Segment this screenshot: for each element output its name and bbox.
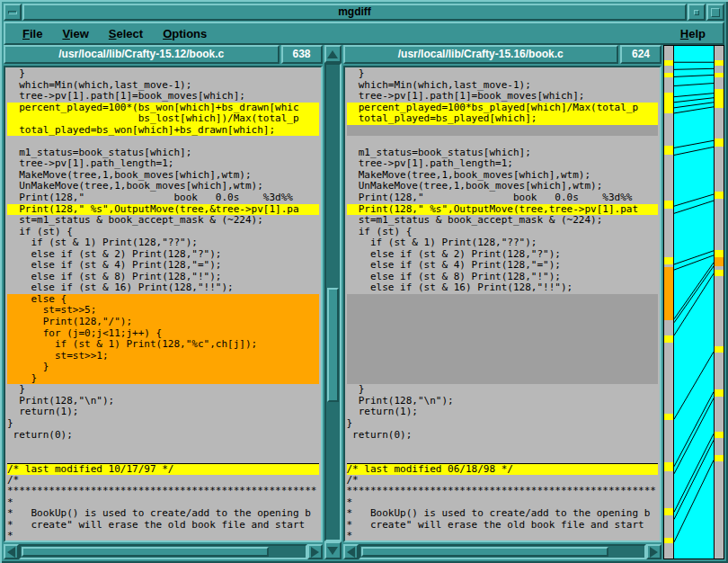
vscroll-trough[interactable] — [324, 63, 342, 541]
left-scroll-right-button[interactable] — [307, 544, 323, 559]
diff-mark-yellow — [664, 146, 673, 155]
left-scroll-left-button[interactable] — [4, 544, 19, 559]
diff-mark-yellow — [664, 414, 673, 420]
vscroll-thumb[interactable] — [327, 288, 339, 402]
window-menu-icon — [8, 11, 17, 14]
vertical-scrollbar[interactable] — [324, 45, 342, 559]
code-line — [347, 441, 659, 452]
diff-mark-yellow — [715, 455, 724, 460]
arrow-right-icon — [650, 547, 658, 558]
diff-mark-yellow — [664, 60, 673, 66]
diff-chunk-line[interactable]: total_played=bs_won[which]+bs_drawn[whic… — [7, 125, 319, 137]
minimize-button[interactable] — [688, 4, 706, 21]
diff-chunk-line[interactable] — [347, 373, 659, 385]
right-line-count: 624 — [620, 45, 661, 64]
diff-chunk-line[interactable]: st=st>>1; — [7, 351, 319, 362]
diff-chunk-line[interactable] — [347, 351, 659, 362]
maximize-button[interactable] — [706, 4, 724, 21]
code-line: return(0); — [7, 430, 319, 442]
window-title: mgdiff — [22, 4, 687, 21]
diff-chunk-line[interactable] — [347, 294, 659, 306]
diff-mark-orange — [715, 257, 724, 266]
diff-chunk-line[interactable] — [347, 317, 659, 328]
diff-mark-yellow — [715, 346, 724, 353]
menu-file[interactable]: File — [14, 24, 50, 43]
code-line: * — [7, 531, 319, 542]
code-line: tree->pv[1].path[1]=book_moves[which]; — [7, 91, 319, 103]
diff-chunk-line[interactable]: } — [7, 362, 319, 373]
right-scroll-right-button[interactable] — [646, 544, 661, 559]
left-line-count: 638 — [281, 45, 323, 64]
code-line: if (st & 1) Print(128,"??"); — [7, 237, 319, 249]
diff-mark-yellow — [715, 250, 724, 257]
code-line: if (st & 1) Print(128,"??"); — [347, 237, 659, 249]
window-menu-button[interactable] — [4, 4, 22, 21]
code-line: else if (st & 16) Print(128,"!!"); — [347, 282, 659, 294]
diff-mark-yellow — [664, 201, 673, 209]
diff-connector-lines — [674, 45, 714, 559]
menu-options[interactable]: Options — [155, 24, 215, 43]
menu-view[interactable]: View — [54, 24, 96, 43]
diff-chunk-line[interactable]: /* last modified 06/18/98 */ — [347, 463, 659, 475]
right-file-map[interactable] — [714, 45, 724, 559]
code-line: st=m1_status & book_accept_mask & (~224)… — [347, 215, 659, 227]
menu-help[interactable]: Help — [672, 24, 714, 43]
left-file-map[interactable] — [663, 45, 674, 559]
diff-chunk-line[interactable] — [347, 362, 659, 373]
diff-mark-yellow — [664, 73, 673, 77]
diff-chunk-line[interactable]: } — [7, 373, 319, 385]
code-line: return(0); — [347, 430, 659, 442]
right-hscroll-trough[interactable] — [359, 544, 647, 559]
diff-chunk-line[interactable]: total_played=bs_played[which]; — [347, 113, 659, 125]
diff-mark-yellow — [715, 139, 724, 147]
diff-chunk-line[interactable] — [347, 305, 659, 317]
scroll-up-button[interactable] — [324, 45, 342, 63]
diff-mark-yellow — [715, 270, 724, 276]
right-code-area[interactable]: } which=Min(which,last_move-1); tree->pv… — [343, 66, 662, 542]
code-line: * create" will erase the old book file a… — [7, 520, 319, 532]
arrow-left-icon — [7, 547, 15, 558]
diff-chunk-line[interactable] — [347, 339, 659, 351]
diff-chunk-line[interactable] — [347, 328, 659, 340]
left-hscrollbar[interactable] — [4, 544, 323, 559]
diff-chunk-line[interactable] — [347, 125, 659, 137]
menu-select[interactable]: Select — [101, 24, 151, 43]
left-code-area[interactable]: } which=Min(which,last_move-1); tree->pv… — [4, 66, 323, 542]
diff-mark-yellow — [664, 538, 673, 543]
diff-chunk-line[interactable]: if (st & 1) Print(128,"%c",ch[j]); — [7, 339, 319, 351]
right-hscrollbar[interactable] — [343, 544, 662, 559]
arrow-left-icon — [347, 547, 355, 558]
code-line — [7, 136, 319, 147]
diff-chunk-line[interactable]: bs_lost[which])/Max(total_p — [7, 113, 319, 125]
diff-overview[interactable] — [663, 45, 724, 559]
diff-mark-yellow — [715, 389, 724, 397]
code-line: * create" will erase the old book file a… — [347, 520, 659, 532]
code-line: tree->pv[1].path[1]=book_moves[which]; — [347, 91, 659, 103]
code-line: Print(128," book 0.0s %3d%% — [347, 192, 659, 204]
code-line: else if (st & 4) Print(128,"="); — [347, 260, 659, 272]
diff-chunk-line[interactable]: Print(128,"/"); — [7, 317, 319, 328]
left-hscroll-thumb[interactable] — [22, 547, 269, 557]
code-line: } — [7, 68, 319, 80]
arrow-down-icon — [327, 547, 338, 555]
right-pane: /usr/local/lib/Crafty-15.16/book.c 624 }… — [343, 45, 662, 559]
code-line: return(1); — [347, 407, 659, 418]
code-line: } — [347, 384, 659, 396]
scroll-down-button[interactable] — [324, 541, 342, 559]
diff-mark-yellow — [715, 432, 724, 438]
left-hscroll-trough[interactable] — [19, 544, 307, 559]
left-pane-header: /usr/local/lib/Crafty-15.12/book.c 638 — [4, 45, 323, 64]
code-line: } — [347, 68, 659, 80]
code-line: } — [7, 384, 319, 396]
titlebar[interactable]: mgdiff — [4, 4, 724, 21]
right-hscroll-thumb[interactable] — [361, 547, 608, 557]
code-line: * BookUp() is used to create/add to the … — [347, 508, 659, 520]
diff-mark-yellow — [664, 335, 673, 343]
right-scroll-left-button[interactable] — [343, 544, 359, 559]
code-line: return(1); — [7, 407, 319, 418]
arrow-right-icon — [311, 547, 319, 558]
code-line — [7, 441, 319, 452]
minimize-icon — [694, 10, 699, 15]
diff-chunk-line[interactable]: /* last modified 10/17/97 */ — [7, 463, 319, 475]
diff-mark-yellow — [664, 93, 673, 112]
